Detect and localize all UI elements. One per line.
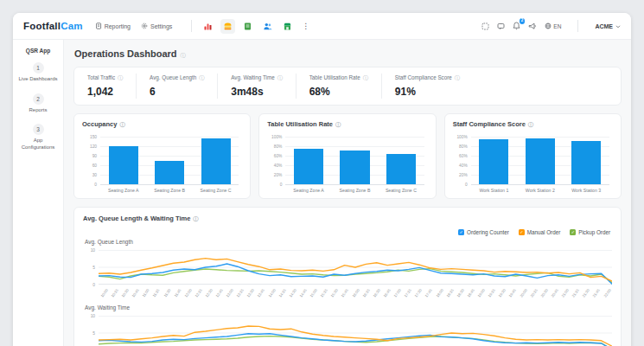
legend-item[interactable]: ✓Manual Order xyxy=(519,229,561,235)
x-tick: 11:00 xyxy=(141,286,151,301)
y-tick-label: 60% xyxy=(453,153,468,157)
step-label: Reports xyxy=(13,107,63,114)
bar[interactable] xyxy=(571,141,601,184)
info-icon[interactable]: ⓘ xyxy=(199,74,204,82)
bar[interactable] xyxy=(526,138,555,184)
x-tick: 15:45 xyxy=(340,286,350,301)
scan-icon[interactable] xyxy=(481,22,489,30)
account-menu[interactable]: ACME xyxy=(595,23,621,29)
x-tick-label: 21:30 xyxy=(582,288,590,298)
bar[interactable] xyxy=(479,139,508,183)
y-tick-label: 0 xyxy=(267,182,282,186)
people-app-icon[interactable] xyxy=(260,19,275,34)
language-selector[interactable]: EN xyxy=(545,22,561,30)
more-apps-icon[interactable]: ⋮ xyxy=(300,22,311,30)
nav-settings[interactable]: Settings xyxy=(141,22,172,29)
info-icon[interactable]: ⓘ xyxy=(193,215,198,223)
y-tick-label: 0 xyxy=(453,182,468,186)
chart-title-text: Occupancy xyxy=(82,120,117,128)
info-icon[interactable]: ⓘ xyxy=(181,52,186,60)
info-icon[interactable]: ⓘ xyxy=(528,121,533,129)
x-tick: 20:45 xyxy=(549,286,559,301)
info-icon[interactable]: ⓘ xyxy=(119,121,124,129)
line-chart-title: Avg. Queue Length xyxy=(85,239,612,245)
y-tick-label: 10 xyxy=(91,247,95,252)
checkbox-icon[interactable]: ✓ xyxy=(519,229,525,235)
legend-item[interactable]: ✓Pickup Order xyxy=(570,229,610,235)
x-tick-label: 21:45 xyxy=(592,288,601,298)
app-window: FootfallCam Reporting Settings xyxy=(13,13,631,346)
checkbox-icon[interactable]: ✓ xyxy=(570,229,576,235)
sidebar-step[interactable]: 3App Configurations xyxy=(13,124,63,151)
sidebar-step[interactable]: 1Live Dashboards xyxy=(13,62,63,83)
legend-item[interactable]: ✓Ordering Counter xyxy=(458,229,509,235)
x-tick-label: 10:00 xyxy=(99,288,108,298)
navbar-right: 2 EN ACME xyxy=(481,20,621,32)
x-tick-label: 13:30 xyxy=(246,288,255,298)
bell-icon[interactable]: 2 xyxy=(513,22,520,30)
kpi-label-text: Table Utilisation Rate xyxy=(309,74,360,80)
kpi-label-text: Staff Compliance Score xyxy=(395,74,452,80)
x-tick-label: Seating Zone A xyxy=(100,188,146,193)
receipt-app-icon[interactable] xyxy=(240,19,255,34)
burger-app-icon[interactable] xyxy=(220,19,235,34)
chart-card-table-utilisation: Table Utilisation Rateⓘ100%80%60%40%20%0… xyxy=(258,113,436,199)
x-tick-label: 22:00 xyxy=(603,288,611,298)
language-label: EN xyxy=(553,23,561,29)
line-plot: 1050 xyxy=(83,316,612,346)
x-tick-label: 18:15 xyxy=(445,288,454,298)
info-icon[interactable]: ⓘ xyxy=(277,74,283,82)
x-tick-label: 17:15 xyxy=(404,288,412,298)
kpi-label: Table Utilisation Rateⓘ xyxy=(309,74,368,82)
info-icon[interactable]: ⓘ xyxy=(118,74,123,82)
x-tick-label: 16:15 xyxy=(361,288,370,298)
megaphone-icon[interactable] xyxy=(528,22,537,30)
x-tick-label: 21:00 xyxy=(561,288,570,298)
legend-label: Pickup Order xyxy=(578,229,610,235)
x-tick: 11:45 xyxy=(172,286,182,301)
legend: ✓Ordering Counter✓Manual Order✓Pickup Or… xyxy=(83,229,610,235)
store-app-icon[interactable] xyxy=(280,19,295,34)
chat-icon[interactable] xyxy=(497,22,505,30)
bar[interactable] xyxy=(155,161,184,183)
x-tick-label: 11:30 xyxy=(163,288,171,298)
line-y-axis: 1050 xyxy=(83,250,99,285)
x-tick: 16:45 xyxy=(381,286,392,301)
logo-text-primary: Footfall xyxy=(23,21,61,31)
x-tick: 13:30 xyxy=(245,286,256,301)
navbar-right-divider xyxy=(577,20,578,32)
x-tick-label: 17:00 xyxy=(393,288,402,298)
y-tick-label: 60% xyxy=(267,153,282,157)
line-chart-avg-waiting-time: Avg. Waiting Time105010:0010:1510:3010:4… xyxy=(83,304,612,346)
checkbox-icon[interactable]: ✓ xyxy=(458,229,464,235)
account-label: ACME xyxy=(595,23,613,29)
footfallcam-logo[interactable]: FootfallCam xyxy=(23,21,83,31)
bar-slot xyxy=(517,137,563,184)
x-tick: 19:45 xyxy=(507,286,518,301)
y-tick-label: 10 xyxy=(91,313,95,317)
info-icon[interactable]: ⓘ xyxy=(363,74,368,82)
chart-title: Staff Compliance Scoreⓘ xyxy=(453,120,613,129)
bar[interactable] xyxy=(386,154,416,184)
x-tick: 13:15 xyxy=(235,286,245,301)
sidebar-step[interactable]: 2Reports xyxy=(13,93,63,114)
bar[interactable] xyxy=(201,138,231,183)
bar-chart-app-icon[interactable] xyxy=(201,19,215,34)
x-tick-label: Seating Zone C xyxy=(378,188,424,193)
gridline xyxy=(100,184,239,185)
info-icon[interactable]: ⓘ xyxy=(455,74,460,82)
bar[interactable] xyxy=(340,151,369,184)
nav-reporting[interactable]: Reporting xyxy=(95,22,131,29)
app-switcher: ⋮ xyxy=(201,19,311,34)
bar-charts-row: Occupancyⓘ1501209060300Seating Zone ASea… xyxy=(73,113,622,199)
x-tick: 20:30 xyxy=(539,286,549,301)
bar[interactable] xyxy=(294,149,323,184)
x-tick-label: 11:00 xyxy=(142,288,150,298)
x-tick-label: 16:30 xyxy=(372,288,380,298)
bar-plot: 100%80%60%40%20%0 xyxy=(471,137,609,184)
info-icon[interactable]: ⓘ xyxy=(335,121,341,129)
kpi-label-text: Avg. Waiting Time xyxy=(231,74,274,80)
line-plot-area xyxy=(99,316,612,346)
sidebar-app-label[interactable]: QSR App xyxy=(13,48,63,54)
bar[interactable] xyxy=(109,146,138,184)
